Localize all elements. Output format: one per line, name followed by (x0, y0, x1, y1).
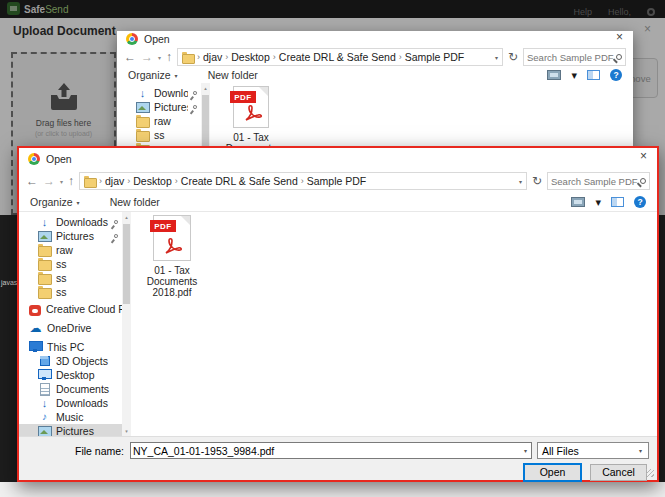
help-icon[interactable]: ? (610, 69, 622, 81)
cancel-button[interactable]: Cancel (590, 464, 647, 481)
app-header: SafeSend Help Hello, (0, 0, 665, 18)
file-name-input[interactable] (133, 445, 522, 457)
views-icon[interactable] (571, 197, 585, 207)
sidebar-label: Desktop (56, 369, 122, 381)
resize-grip[interactable] (646, 469, 654, 477)
file-name-box: ▾ (130, 442, 532, 459)
search-box[interactable] (547, 172, 650, 190)
file-name-caret-icon[interactable]: ▾ (522, 447, 529, 454)
sidebar-item-documents[interactable]: Documents (19, 382, 122, 396)
sidebar-item-ss[interactable]: ss (19, 285, 122, 299)
sidebar-item-this-pc[interactable]: This PC (19, 340, 122, 354)
breadcrumb-separator: › (301, 176, 304, 186)
documents-icon (38, 383, 51, 395)
views-icon[interactable] (547, 70, 561, 80)
new-folder-button[interactable]: New folder (110, 196, 160, 208)
forward-icon[interactable]: → (43, 175, 55, 187)
dialog-titlebar[interactable]: Open × (19, 148, 657, 169)
organize-button[interactable]: Organize▾ (30, 196, 80, 208)
sidebar-label: Creative Cloud Fil (46, 303, 122, 315)
refresh-icon[interactable]: ↻ (532, 174, 542, 188)
help-icon[interactable]: ? (634, 196, 646, 208)
file-list: PDF 01 - Tax Documents (210, 83, 633, 146)
preview-pane-icon[interactable] (611, 197, 624, 207)
sidebar-item-pictures-selected[interactable]: Pictures (19, 424, 122, 436)
greeting-text: Hello, (608, 7, 631, 17)
breadcrumb-segment[interactable]: djav (203, 51, 222, 63)
up-icon[interactable]: ↑ (68, 175, 74, 187)
scroll-down-icon[interactable]: ▾ (125, 428, 128, 434)
organize-button[interactable]: Organize▾ (128, 69, 178, 81)
sidebar-item-desktop[interactable]: Desktop (19, 368, 122, 382)
sidebar-item-pictures[interactable]: Pictures (117, 100, 201, 114)
sidebar-item-ss[interactable]: ss (19, 257, 122, 271)
breadcrumb-segment[interactable]: Create DRL & Safe Send (279, 51, 396, 63)
breadcrumb-segment[interactable]: Desktop (231, 51, 270, 63)
open-button[interactable]: Open (524, 464, 581, 481)
back-icon[interactable]: ← (26, 175, 38, 187)
history-caret-icon[interactable]: ▾ (60, 178, 63, 185)
sidebar-item-pictures[interactable]: Pictures (19, 229, 122, 243)
music-icon: ♪ (38, 411, 51, 423)
sidebar-label: 3D Objects (56, 355, 122, 367)
pdf-badge: PDF (150, 220, 176, 232)
sidebar-item-creative-cloud[interactable]: Creative Cloud Fil (19, 302, 122, 316)
address-caret-icon[interactable]: ▾ (519, 178, 522, 185)
dialog-close-icon[interactable]: × (616, 31, 623, 44)
dialog-titlebar[interactable]: Open × (117, 31, 633, 47)
file-type-select[interactable]: All Files ▾ (537, 442, 649, 459)
sidebar-item-raw[interactable]: raw (117, 114, 201, 128)
scroll-up-icon[interactable]: ▴ (125, 214, 128, 220)
search-input[interactable] (527, 52, 616, 63)
breadcrumb-segment[interactable]: djav (105, 175, 124, 187)
help-link[interactable]: Help (573, 7, 592, 17)
search-box[interactable] (523, 48, 626, 66)
views-caret-icon[interactable]: ▾ (571, 69, 577, 82)
refresh-icon[interactable]: ↻ (508, 50, 518, 64)
sidebar-item-raw[interactable]: raw (19, 243, 122, 257)
file-item-pdf[interactable]: PDF 01 - Tax Documents (220, 86, 282, 146)
sidebar-item-downloads[interactable]: ↓Downloads (19, 396, 122, 410)
scrollbar-thumb[interactable] (123, 224, 130, 304)
modal-close-icon[interactable]: × (644, 22, 651, 36)
forward-icon[interactable]: → (141, 51, 153, 63)
sidebar-item-ss[interactable]: ss (117, 128, 201, 142)
breadcrumb-segment[interactable]: Sample PDF (405, 51, 465, 63)
sidebar-label: ss (56, 286, 122, 298)
preview-pane-icon[interactable] (587, 70, 600, 80)
sidebar-label: Documents (56, 383, 122, 395)
up-icon[interactable]: ↑ (166, 51, 172, 63)
chrome-icon (28, 153, 40, 165)
file-item-pdf[interactable]: PDF 01 - Tax Documents 2018.pdf (141, 215, 203, 298)
sidebar-item-music[interactable]: ♪Music (19, 410, 122, 424)
dropzone-subtext: (or click to upload) (35, 130, 92, 137)
sidebar-scrollbar[interactable]: ▴ ▾ (122, 212, 131, 436)
breadcrumb-segment[interactable]: Desktop (133, 175, 172, 187)
sidebar-label: raw (56, 244, 122, 256)
address-caret-icon[interactable]: ▾ (495, 54, 498, 61)
new-folder-button[interactable]: New folder (208, 69, 258, 81)
sidebar-scrollbar[interactable]: ▴ (201, 83, 210, 146)
modal-title: Upload Document (13, 24, 116, 38)
breadcrumb-segment[interactable]: Create DRL & Safe Send (181, 175, 298, 187)
views-caret-icon[interactable]: ▾ (595, 196, 601, 209)
scrollbar-thumb[interactable] (202, 95, 209, 146)
sidebar-label: Pictures (154, 101, 188, 113)
sidebar-label: ss (154, 129, 201, 141)
search-input[interactable] (551, 176, 640, 187)
download-icon: ↓ (38, 216, 51, 228)
sidebar-item-onedrive[interactable]: ☁OneDrive (19, 321, 122, 335)
scroll-up-icon[interactable]: ▴ (204, 85, 207, 91)
sidebar-item-ss[interactable]: ss (19, 271, 122, 285)
breadcrumb-segment[interactable]: Sample PDF (307, 175, 367, 187)
breadcrumb: › djav › Desktop › Create DRL & Safe Sen… (79, 172, 527, 190)
pin-icon (192, 90, 198, 96)
sidebar-item-downloads[interactable]: ↓Downloads (117, 86, 201, 100)
sidebar-item-3d-objects[interactable]: 3D Objects (19, 354, 122, 368)
sidebar-item-downloads[interactable]: ↓Downloads (19, 215, 122, 229)
history-caret-icon[interactable]: ▾ (158, 54, 161, 61)
gear-icon[interactable] (647, 8, 655, 16)
folder-icon (38, 286, 51, 298)
back-icon[interactable]: ← (124, 51, 136, 63)
dialog-close-icon[interactable]: × (640, 149, 647, 163)
